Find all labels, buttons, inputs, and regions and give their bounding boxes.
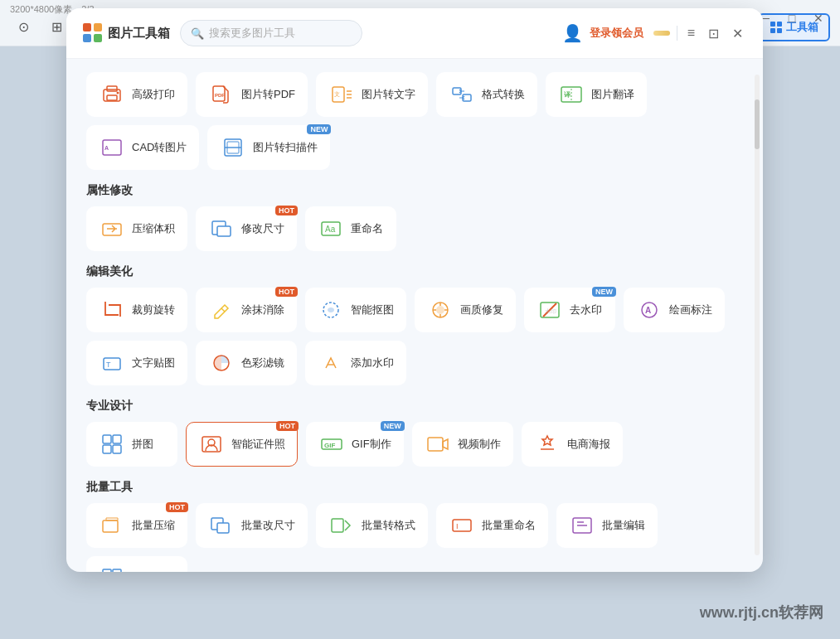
tool-cad[interactable]: A CAD转图片 — [86, 125, 199, 170]
batch-compress-icon — [99, 512, 125, 539]
toolbox-header-right: 👤 登录领会员 ≡ ⊡ ✕ — [562, 23, 746, 43]
tool-poster-label: 电商海报 — [567, 437, 610, 452]
tool-enhance[interactable]: 画质修复 — [415, 288, 516, 332]
tool-batch-format-label: 批量转格式 — [362, 518, 415, 533]
svg-text:PDF: PDF — [215, 93, 225, 98]
tool-batch-edit-label: 批量编辑 — [602, 518, 645, 533]
tool-idphoto[interactable]: 智能证件照 HOT — [186, 422, 298, 467]
tool-rename[interactable]: Aa 重命名 — [305, 206, 396, 251]
toolbox-search[interactable]: 🔍 搜索更多图片工具 — [180, 20, 362, 46]
tool-rename-label: 重命名 — [351, 221, 383, 236]
svg-rect-5 — [107, 86, 117, 91]
tool-compress-label: 压缩体积 — [132, 221, 175, 236]
dewatermark-badge: NEW — [592, 287, 616, 297]
svg-point-32 — [436, 306, 444, 314]
svg-rect-50 — [103, 520, 118, 532]
tool-erase-label: 涂抹消除 — [241, 303, 284, 317]
maximize-btn[interactable]: □ — [780, 7, 804, 30]
tool-batch-format[interactable]: 批量转格式 — [316, 503, 428, 548]
menu-icon[interactable]: ≡ — [684, 24, 698, 42]
logo-dot-green — [94, 34, 102, 42]
tool-compress[interactable]: 压缩体积 — [86, 206, 187, 251]
tool-format[interactable]: 格式转换 — [436, 72, 537, 117]
design-tools-row: 拼图 智能证件照 HOT GIF GIF制作 NEW — [86, 422, 743, 467]
tool-cad-label: CAD转图片 — [132, 140, 187, 155]
resize-icon — [208, 215, 235, 242]
panel-close-icon[interactable]: ✕ — [729, 24, 746, 43]
category-edit-label: 编辑美化 — [86, 264, 743, 279]
erase-badge: HOT — [275, 287, 298, 297]
crop-icon — [99, 297, 125, 323]
toolbox-header: 图片工具箱 🔍 搜索更多图片工具 👤 登录领会员 ≡ ⊡ ✕ — [66, 8, 763, 59]
svg-rect-41 — [103, 435, 111, 443]
vip-banner[interactable] — [653, 31, 670, 36]
img2text-icon: 文 — [328, 81, 355, 108]
rotate-tool-btn[interactable]: ⊙ — [10, 14, 36, 41]
tool-img2scan[interactable]: 图片转扫描件 NEW — [207, 125, 330, 170]
tool-gif[interactable]: GIF GIF制作 NEW — [306, 422, 404, 467]
tool-print[interactable]: 高级打印 — [86, 72, 187, 117]
tool-batch-compress[interactable]: 批量压缩 HOT — [86, 503, 187, 548]
svg-rect-58 — [113, 569, 121, 572]
tool-filter[interactable]: 色彩滤镜 — [196, 341, 297, 385]
toolbox-title: 图片工具箱 — [108, 26, 170, 41]
batch-correct-icon — [99, 565, 125, 572]
tool-annotate-label: 绘画标注 — [669, 303, 712, 317]
tool-batch-correct[interactable]: 批量矫正 — [86, 556, 187, 572]
category-attr-label: 属性修改 — [86, 183, 743, 198]
scrollbar-thumb[interactable] — [755, 99, 760, 149]
tool-video-label: 视频制作 — [458, 437, 501, 452]
logo-dot-red — [83, 23, 91, 31]
tool-puzzle[interactable]: 拼图 — [86, 422, 177, 467]
tool-dewatermark[interactable]: 水印 去水印 NEW — [524, 288, 615, 332]
svg-rect-43 — [103, 445, 111, 453]
matting-icon — [318, 297, 344, 323]
poster-icon — [534, 431, 561, 457]
svg-text:文: 文 — [334, 91, 340, 97]
pin-icon[interactable]: ⊡ — [705, 24, 722, 43]
tool-translate[interactable]: 译 图片翻译 — [546, 72, 647, 117]
svg-rect-16 — [463, 94, 471, 101]
img2scan-badge: NEW — [307, 124, 331, 134]
login-vip-btn[interactable]: 登录领会员 — [590, 26, 643, 41]
idphoto-icon — [198, 431, 225, 457]
svg-rect-15 — [453, 88, 461, 94]
tool-batch-resize[interactable]: 批量改尺寸 — [196, 503, 308, 548]
tool-resize[interactable]: 修改尺寸 HOT — [196, 206, 297, 251]
tool-crop[interactable]: 裁剪旋转 — [86, 288, 187, 332]
tool-addwatermark[interactable]: 添加水印 — [305, 341, 406, 385]
gif-badge: NEW — [381, 421, 405, 431]
tool-batch-rename[interactable]: I 批量重命名 — [436, 503, 548, 548]
close-btn[interactable]: ✕ — [807, 7, 830, 30]
svg-text:A: A — [104, 145, 109, 151]
category-design-label: 专业设计 — [86, 399, 743, 414]
svg-rect-44 — [113, 445, 121, 453]
svg-text:T: T — [106, 361, 111, 369]
tool-img2pdf-label: 图片转PDF — [241, 87, 295, 102]
logo-dot-orange — [94, 23, 102, 31]
tool-video[interactable]: 视频制作 — [412, 422, 513, 467]
tool-matting[interactable]: 智能抠图 — [305, 288, 406, 332]
tool-sticker[interactable]: T 文字贴图 — [86, 341, 187, 385]
scrollbar-track[interactable] — [755, 75, 760, 555]
batch-resize-icon — [208, 512, 235, 539]
tool-poster[interactable]: 电商海报 — [522, 422, 623, 467]
svg-rect-53 — [332, 519, 343, 532]
tool-crop-label: 裁剪旋转 — [132, 303, 175, 317]
tool-img2pdf[interactable]: PDF 图片转PDF — [196, 72, 308, 117]
puzzle-icon — [99, 431, 125, 457]
tool-matting-label: 智能抠图 — [351, 303, 394, 317]
tool-img2text[interactable]: 文 图片转文字 — [316, 72, 428, 117]
tool-erase[interactable]: 涂抹消除 HOT — [196, 288, 297, 332]
tool-dewatermark-label: 去水印 — [570, 303, 602, 317]
print-icon — [99, 81, 125, 108]
svg-text:I: I — [456, 522, 459, 530]
attr-tools-row: 压缩体积 修改尺寸 HOT Aa 重命名 — [86, 206, 743, 251]
annotate-icon: A — [636, 297, 663, 323]
filter-icon — [208, 350, 235, 376]
tool-annotate[interactable]: A 绘画标注 — [624, 288, 725, 332]
tool-gif-label: GIF制作 — [352, 437, 391, 452]
erase-icon — [208, 297, 235, 323]
img2pdf-icon: PDF — [208, 81, 235, 108]
tool-batch-edit[interactable]: 批量编辑 — [556, 503, 658, 548]
